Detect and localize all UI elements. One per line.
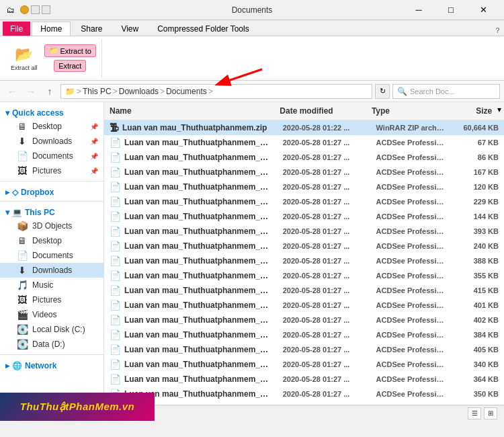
- path-downloads[interactable]: Downloads: [119, 87, 159, 96]
- sidebar-item-desktop[interactable]: 🖥 Desktop: [0, 233, 103, 248]
- status-right: ☰ ⊞: [468, 407, 497, 420]
- file-size-cell: 340 KB: [451, 359, 504, 370]
- table-row[interactable]: 📄 Luan van mau_Thuthuatphanmem_016.p... …: [104, 357, 504, 372]
- table-row[interactable]: 📄 Luan van mau_Thuthuatphanmem_019.p... …: [104, 401, 504, 405]
- table-row[interactable]: 📄 Luan van mau_Thuthuatphanmem_013.p... …: [104, 313, 504, 327]
- file-type-cell: ACDSee Professio...: [371, 329, 451, 340]
- file-name-cell: 📄 Luan van mau_Thuthuatphanmem_003.p...: [104, 165, 278, 179]
- table-row[interactable]: 📄 Luan van mau_Thuthuatphanmem_008.p... …: [104, 239, 504, 253]
- tab-file[interactable]: File: [3, 22, 30, 36]
- dropbox-icon: ◇: [12, 188, 18, 197]
- quick-access-header[interactable]: ▾ Quick access: [0, 105, 103, 119]
- refresh-button[interactable]: ↻: [375, 84, 390, 99]
- col-header-name[interactable]: Name: [104, 105, 274, 117]
- extract-all-btn[interactable]: 📂 Extract all: [11, 46, 38, 71]
- back-button[interactable]: ←: [4, 83, 20, 100]
- file-type-icon: 📄: [110, 270, 121, 281]
- file-name-text: Luan van mau_Thuthuatphanmem_013.p...: [124, 315, 272, 325]
- file-name-text: Luan van mau_Thuthuatphanmem_003.p...: [124, 167, 272, 177]
- table-row[interactable]: 🗜 Luan van mau_Thuthuatphanmem.zip 2020-…: [104, 120, 504, 135]
- file-size-cell: 350 KB: [451, 389, 504, 399]
- network-header[interactable]: ▸ 🌐 Network: [0, 358, 103, 372]
- file-modified-cell: 2020-05-28 01:27 ...: [278, 389, 371, 399]
- sidebar-item-datad[interactable]: 💽 Data (D:): [0, 337, 103, 352]
- table-row[interactable]: 📄 Luan van mau_Thuthuatphanmem_007.p... …: [104, 224, 504, 239]
- address-path[interactable]: 📁 > This PC > Downloads > Documents >: [60, 84, 372, 99]
- path-this-pc[interactable]: This PC: [83, 87, 112, 96]
- table-row[interactable]: 📄 Luan van mau_Thuthuatphanmem_001.p... …: [104, 135, 504, 150]
- table-row[interactable]: 📄 Luan van mau_Thuthuatphanmem_011.p... …: [104, 283, 504, 298]
- sidebar-item-music[interactable]: 🎵 Music: [0, 278, 103, 292]
- file-name-text: Luan van mau_Thuthuatphanmem_008.p...: [124, 241, 272, 251]
- table-row[interactable]: 📄 Luan van mau_Thuthuatphanmem_018.p... …: [104, 387, 504, 401]
- col-header-size[interactable]: Size: [445, 105, 497, 117]
- chevron-down-icon: ▾: [5, 108, 9, 118]
- pictures-icon-qa: 🖼: [16, 165, 28, 176]
- extract-btn[interactable]: Extract: [54, 60, 86, 72]
- win-btn-sq2[interactable]: [42, 5, 50, 14]
- up-button[interactable]: ↑: [42, 83, 58, 100]
- sidebar-item-desktop-qa[interactable]: 🖥 Desktop 📌: [0, 119, 103, 134]
- close-button[interactable]: ✕: [468, 0, 499, 20]
- sidebar-item-downloads-qa[interactable]: ⬇ Downloads 📌: [0, 134, 103, 149]
- file-modified-cell: 2020-05-28 01:27 ...: [278, 359, 371, 370]
- sidebar-item-pictures[interactable]: 🖼 Pictures: [0, 292, 103, 307]
- sidebar-item-pictures-qa[interactable]: 🖼 Pictures 📌: [0, 163, 103, 178]
- win-btn-sq1[interactable]: [31, 5, 40, 14]
- file-modified-cell: 2020-05-28 01:27 ...: [278, 300, 371, 311]
- table-row[interactable]: 📄 Luan van mau_Thuthuatphanmem_010.p... …: [104, 268, 504, 283]
- ribbon-bar: 📂 Extract all 📁 Extract to Extract: [0, 36, 504, 81]
- this-pc-header[interactable]: ▾ 💻 This PC: [0, 204, 103, 218]
- table-row[interactable]: 📄 Luan van mau_Thuthuatphanmem_015.p... …: [104, 342, 504, 357]
- minimize-button[interactable]: ─: [403, 0, 434, 20]
- file-name-cell: 📄 Luan van mau_Thuthuatphanmem_001.p...: [104, 136, 278, 149]
- sidebar-item-downloads[interactable]: ⬇ Downloads: [0, 263, 103, 278]
- tab-home[interactable]: Home: [32, 22, 71, 36]
- table-row[interactable]: 📄 Luan van mau_Thuthuatphanmem_006.p... …: [104, 209, 504, 224]
- view-details-button[interactable]: ☰: [468, 407, 481, 420]
- win-btn-yellow[interactable]: [20, 5, 29, 14]
- file-type-icon: 📄: [110, 196, 121, 207]
- col-header-type[interactable]: Type: [366, 105, 445, 117]
- file-type-cell: ACDSee Professio...: [371, 359, 451, 370]
- table-row[interactable]: 📄 Luan van mau_Thuthuatphanmem_017.p... …: [104, 372, 504, 387]
- tab-compressed-folder-tools[interactable]: Compressed Folder Tools: [149, 22, 258, 36]
- table-row[interactable]: 📄 Luan van mau_Thuthuatphanmem_009.p... …: [104, 253, 504, 268]
- file-modified-cell: 2020-05-28 01:27 ...: [278, 315, 371, 325]
- file-size-cell: 60,664 KB: [451, 122, 504, 133]
- maximize-button[interactable]: □: [435, 0, 466, 20]
- file-size-cell: 393 KB: [451, 226, 504, 237]
- sidebar-item-documents-qa[interactable]: 📄 Documents 📌: [0, 149, 103, 163]
- view-tiles-button[interactable]: ⊞: [484, 407, 497, 420]
- file-name-text: Luan van mau_Thuthuatphanmem_004.p...: [124, 182, 272, 192]
- file-name-cell: 📄 Luan van mau_Thuthuatphanmem_013.p...: [104, 313, 278, 327]
- sidebar-item-documents[interactable]: 📄 Documents: [0, 248, 103, 263]
- extract-to-btn[interactable]: 📁 Extract to Extract: [44, 44, 96, 72]
- file-name-text: Luan van mau_Thuthuatphanmem_011.p...: [124, 286, 272, 295]
- table-row[interactable]: 📄 Luan van mau_Thuthuatphanmem_003.p... …: [104, 165, 504, 180]
- downloads-icon-qa: ⬇: [16, 136, 28, 147]
- tab-view[interactable]: View: [112, 22, 147, 36]
- sidebar-item-localc[interactable]: 💽 Local Disk (C:): [0, 322, 103, 337]
- table-row[interactable]: 📄 Luan van mau_Thuthuatphanmem_014.p... …: [104, 327, 504, 342]
- sidebar-item-3dobjects[interactable]: 📦 3D Objects: [0, 218, 103, 233]
- sidebar-divider3: [0, 354, 103, 355]
- file-name-text: Luan van mau_Thuthuatphanmem_016.p...: [124, 360, 272, 369]
- file-name-text: Luan van mau_Thuthuatphanmem_017.p...: [124, 374, 272, 384]
- sidebar-item-videos[interactable]: 🎬 Videos: [0, 307, 103, 322]
- forward-button[interactable]: →: [23, 83, 39, 100]
- search-box[interactable]: 🔍 Search Doc...: [392, 84, 500, 99]
- path-documents[interactable]: Documents: [166, 87, 207, 96]
- extract-to-inner[interactable]: 📁 Extract to: [44, 44, 96, 57]
- tab-share[interactable]: Share: [72, 22, 111, 36]
- file-size-cell: 364 KB: [451, 374, 504, 385]
- col-header-modified[interactable]: Date modified: [274, 105, 366, 117]
- table-row[interactable]: 📄 Luan van mau_Thuthuatphanmem_005.p... …: [104, 194, 504, 209]
- table-row[interactable]: 📄 Luan van mau_Thuthuatphanmem_002.p... …: [104, 150, 504, 165]
- file-type-cell: ACDSee Professio...: [371, 315, 451, 325]
- dropbox-header[interactable]: ▸ ◇ Dropbox: [0, 184, 103, 198]
- table-row[interactable]: 📄 Luan van mau_Thuthuatphanmem_004.p... …: [104, 180, 504, 194]
- file-modified-cell: 2020-05-28 01:27 ...: [278, 255, 371, 266]
- pin-icon4: 📌: [90, 167, 98, 175]
- table-row[interactable]: 📄 Luan van mau_Thuthuatphanmem_012.p... …: [104, 298, 504, 313]
